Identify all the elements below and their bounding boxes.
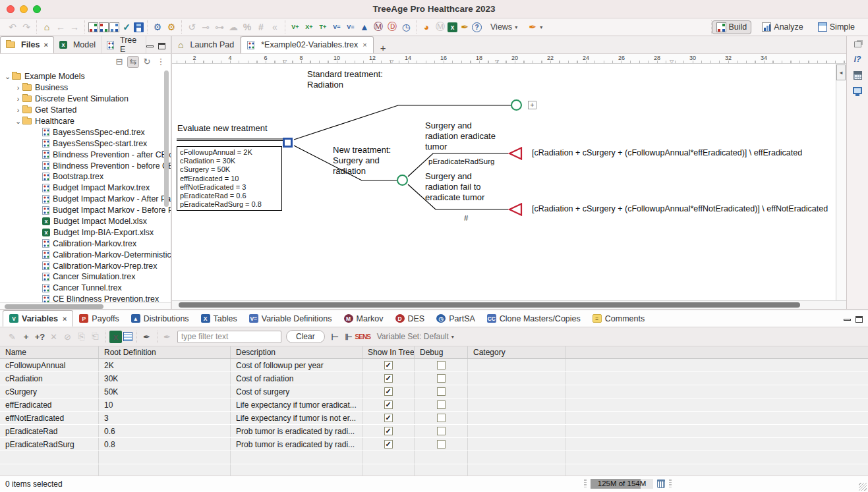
expand-subtree-button[interactable]: +	[528, 101, 536, 109]
debug-checkbox[interactable]	[437, 427, 446, 435]
debug-checkbox[interactable]	[437, 387, 446, 396]
debug-checkbox[interactable]	[437, 414, 446, 422]
tab-files[interactable]: Files ×	[0, 36, 54, 53]
change-node-chance-icon[interactable]: ⊸	[199, 20, 212, 34]
maximize-panel-icon[interactable]	[158, 43, 165, 49]
markov-icon[interactable]: Ⓜ	[372, 20, 385, 34]
file-tree-item[interactable]: BayesSensSpec-start.trex	[0, 138, 171, 149]
file-tree-item[interactable]: › Get Started	[0, 105, 171, 116]
root-node-label[interactable]: Evaluate new treatment	[177, 123, 268, 134]
info-help-icon[interactable]: i?	[854, 55, 861, 64]
back-icon[interactable]: ←	[54, 20, 67, 34]
debug-checkbox[interactable]	[437, 374, 446, 383]
views-dropdown[interactable]: Views ▾	[485, 22, 523, 32]
save-icon[interactable]	[134, 22, 144, 32]
resize-grip[interactable]	[859, 483, 867, 491]
file-tree-item[interactable]: › Business	[0, 82, 171, 94]
close-icon[interactable]: ×	[61, 315, 67, 323]
variable-set-dropdown[interactable]: Variable Set: Default ▾	[373, 332, 454, 341]
branch-label-standard-treatment[interactable]: Standard treatment: Radiation	[307, 69, 383, 90]
collapse-all-icon[interactable]: ⊟	[113, 56, 125, 68]
file-tree-item[interactable]: Bootstrap.trex	[0, 171, 171, 182]
tree-preferences-icon[interactable]: ⚙	[151, 20, 164, 34]
close-icon[interactable]: ×	[43, 41, 48, 49]
scrollbar-thumb[interactable]	[5, 304, 103, 309]
tab-partsa[interactable]: ◷ PartSA	[430, 310, 481, 327]
payoff-expression-eradicate[interactable]: [cRadiation + cSurgery + (cFollowupAnnua…	[532, 148, 802, 157]
chance-node-standard[interactable]	[511, 99, 522, 111]
column-header[interactable]: Category	[468, 346, 565, 358]
distributions-icon[interactable]: ▲	[358, 20, 371, 34]
variables-definition-box[interactable]: cFollowupAnnual = 2KcRadiation = 30KcSur…	[177, 146, 282, 211]
expand-arrow-icon[interactable]: ›	[14, 95, 22, 103]
file-tree-item[interactable]: Budget Impact Model.xlsx	[0, 216, 171, 227]
chance-node-new-treatment[interactable]	[397, 175, 408, 186]
show-in-tree-checkbox[interactable]	[384, 440, 393, 449]
file-tree-item[interactable]: ⌄ Example Models	[0, 71, 171, 82]
refresh-icon[interactable]: ↻	[141, 56, 153, 68]
horizontal-scrollbar[interactable]	[172, 300, 846, 309]
table-row[interactable]	[0, 451, 868, 464]
highlight-definitions-icon[interactable]: ✒	[140, 331, 153, 343]
expand-arrow-icon[interactable]: ›	[14, 106, 22, 114]
debug-checkbox[interactable]	[437, 361, 446, 369]
probability-label-fail[interactable]: #	[464, 214, 468, 222]
column-header[interactable]: Root Definition	[99, 346, 231, 358]
calculator-icon[interactable]	[854, 71, 862, 80]
node-style-icon[interactable]	[99, 22, 109, 32]
table-row[interactable]: pEradicateRad 0.6 Prob tumor is eradicat…	[0, 425, 868, 438]
vertical-scrollbar[interactable]	[164, 70, 169, 207]
garbage-collect-icon[interactable]	[657, 479, 665, 488]
show-in-tree-checkbox[interactable]	[384, 361, 393, 369]
table-row[interactable]: effNotEradicated 3 Life expectancy if tu…	[0, 412, 868, 425]
tree-layout-icon[interactable]	[109, 22, 119, 32]
restore-panel-button[interactable]: ◂	[836, 65, 846, 80]
expand-arrow-icon[interactable]: ⌄	[14, 117, 22, 126]
tab-variables[interactable]: V Variables ×	[3, 310, 73, 327]
monitor-view-icon[interactable]	[853, 87, 862, 94]
branch-label-new-treatment[interactable]: New treatment: Surgery and radiation	[333, 145, 391, 177]
expand-arrow-icon[interactable]: ⌄	[3, 72, 12, 81]
home-icon[interactable]: ⌂	[40, 20, 53, 34]
show-in-tree-checkbox[interactable]	[384, 427, 393, 435]
quick-start-icon[interactable]: ✒	[458, 20, 471, 34]
paste-icon[interactable]: ⎗	[89, 331, 101, 343]
table-row[interactable]: effEradicated 10 Life expectancy if tumo…	[0, 398, 868, 412]
file-tree-item[interactable]: Budget Impact Markov - After Pay	[0, 194, 171, 205]
file-tree-item[interactable]: Blindness Prevention - after CE cl	[0, 149, 171, 160]
sensitivity-analysis-icon[interactable]: SENS	[357, 331, 369, 343]
file-tree-item[interactable]: Calibration-Markov.trex	[0, 238, 171, 249]
file-tree-item[interactable]: Budget Imp-BIA-Export.xlsx	[0, 227, 171, 238]
tab-markov[interactable]: M Markov	[338, 310, 390, 327]
file-tree-item[interactable]: Calibration-Markov-Deterministic	[0, 249, 171, 260]
clear-filter-button[interactable]: Clear	[286, 330, 325, 343]
show-in-tree-checkbox[interactable]	[384, 374, 393, 383]
table-row[interactable]: cSurgery 50K Cost of surgery	[0, 385, 868, 398]
link-with-editor-icon[interactable]: ⇆	[127, 56, 139, 68]
file-tree-item[interactable]: ⌄ Healthcare	[0, 116, 171, 127]
exclude-variable-icon[interactable]: ⊘	[61, 331, 74, 343]
help-icon[interactable]: ?	[472, 22, 482, 32]
view-menu-icon[interactable]: ⋮	[155, 56, 167, 68]
file-tree-item[interactable]: › Discrete Event Simulation	[0, 94, 171, 105]
debug-checkbox[interactable]	[437, 440, 446, 449]
horizontal-scrollbar[interactable]	[0, 302, 171, 309]
simple-button[interactable]: Simple	[814, 21, 859, 33]
add-variable-icon[interactable]: +	[20, 331, 32, 343]
show-in-tree-checkbox[interactable]	[384, 400, 393, 409]
find-usage-icon[interactable]: ✒	[161, 331, 173, 343]
drag-handle[interactable]	[584, 479, 587, 489]
rocket-icon[interactable]: ✒	[526, 20, 539, 34]
show-in-tree-checkbox[interactable]	[384, 414, 393, 422]
column-header[interactable]: Show In Tree	[362, 346, 415, 358]
undo-icon[interactable]: ↶	[6, 20, 19, 34]
markov-disabled-icon[interactable]: Ⓜ	[434, 20, 447, 34]
terminal-node-fail[interactable]	[507, 203, 523, 216]
decision-node[interactable]	[283, 138, 293, 148]
forward-icon[interactable]: →	[68, 20, 81, 34]
tab-des[interactable]: D DES	[390, 310, 431, 327]
partsa-icon[interactable]: ◷	[399, 20, 413, 34]
export-excel-icon[interactable]	[109, 331, 122, 343]
add-table-icon[interactable]: X+	[303, 20, 316, 34]
tab-model[interactable]: Model	[54, 36, 101, 53]
